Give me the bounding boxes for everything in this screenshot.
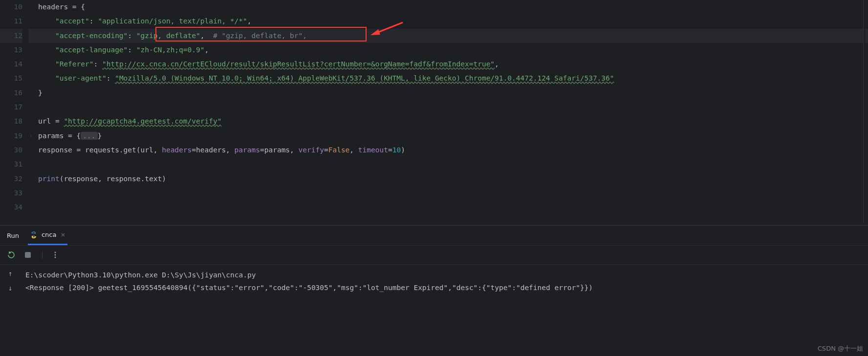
line-number: 31 <box>0 157 22 171</box>
code-content[interactable]: headers = { "accept": "application/json,… <box>38 0 868 222</box>
line-number: 10 <box>0 0 22 14</box>
scroll-down-icon[interactable]: ↓ <box>8 284 13 292</box>
code-line: } <box>38 86 868 100</box>
console-line: E:\scoder\Python3.10\python.exe D:\Sy\Js… <box>25 269 863 281</box>
run-tabs-row: Run cnca × <box>0 226 868 245</box>
code-line <box>38 200 868 214</box>
code-editor[interactable]: 10 11 12 13 14 15 16 17 18 19 30 31 32 3… <box>0 0 868 222</box>
editor-scrollbar[interactable] <box>863 0 865 222</box>
code-line-active: "accept-encoding": "gzip, deflate", # "g… <box>38 29 868 43</box>
watermark-text: CSDN @十一姐 <box>818 344 863 353</box>
line-number: 16 <box>0 86 22 100</box>
rerun-button[interactable] <box>7 251 16 259</box>
line-number: 13 <box>0 43 22 57</box>
svg-point-5 <box>55 254 56 256</box>
python-file-icon <box>30 231 38 239</box>
line-number: 19 <box>0 129 22 143</box>
stop-button[interactable] <box>24 251 31 258</box>
code-line: "user-agent": "Mozilla/5.0 (Windows NT 1… <box>38 71 868 85</box>
line-number: 11 <box>0 14 22 28</box>
line-number: 17 <box>0 100 22 114</box>
code-line: print(response, response.text) <box>38 172 868 186</box>
run-panel-label: Run <box>7 232 19 239</box>
code-line: params = {...} <box>38 129 868 143</box>
code-line: response = requests.get(url, headers=hea… <box>38 143 868 157</box>
code-line <box>38 157 868 171</box>
console-body: ↑ ↓ E:\scoder\Python3.10\python.exe D:\S… <box>0 265 868 298</box>
line-number: 12 <box>0 29 22 43</box>
line-number: 34 <box>0 200 22 214</box>
line-number-gutter: 10 11 12 13 14 15 16 17 18 19 30 31 32 3… <box>0 0 28 222</box>
folded-code-badge[interactable]: ... <box>81 132 97 140</box>
code-line: "accept-language": "zh-CN,zh;q=0.9", <box>38 43 868 57</box>
run-tab-label: cnca <box>42 231 57 238</box>
fold-toggle-icon[interactable]: › <box>29 129 33 143</box>
code-line: headers = { <box>38 0 868 14</box>
code-line: "accept": "application/json, text/plain,… <box>38 14 868 28</box>
line-number: 30 <box>0 143 22 157</box>
svg-point-6 <box>55 257 56 258</box>
line-number: 14 <box>0 57 22 71</box>
svg-point-4 <box>55 252 56 253</box>
run-toolbar <box>0 245 868 265</box>
code-line: "Referer": "http://cx.cnca.cn/CertECloud… <box>38 57 868 71</box>
code-line: url = "http://gcaptcha4.geetest.com/veri… <box>38 114 868 128</box>
run-tab-active[interactable]: cnca × <box>28 226 67 245</box>
line-number: 33 <box>0 186 22 200</box>
scroll-up-icon[interactable]: ↑ <box>8 270 13 277</box>
code-line <box>38 100 868 114</box>
code-line <box>38 186 868 200</box>
line-number: 15 <box>0 71 22 85</box>
console-line: <Response [200]> geetest_1695545640894({… <box>25 281 863 294</box>
svg-rect-3 <box>25 252 31 258</box>
line-number: 18 <box>0 114 22 128</box>
more-actions-button[interactable] <box>42 251 59 259</box>
fold-gutter: › <box>28 0 38 222</box>
console-output[interactable]: E:\scoder\Python3.10\python.exe D:\Sy\Js… <box>21 265 868 298</box>
line-number: 32 <box>0 172 22 186</box>
close-tab-icon[interactable]: × <box>60 231 65 238</box>
console-left-toolbar: ↑ ↓ <box>0 265 21 298</box>
run-tool-window: Run cnca × ↑ ↓ E:\scoder\Python3.10\pyth… <box>0 225 868 298</box>
